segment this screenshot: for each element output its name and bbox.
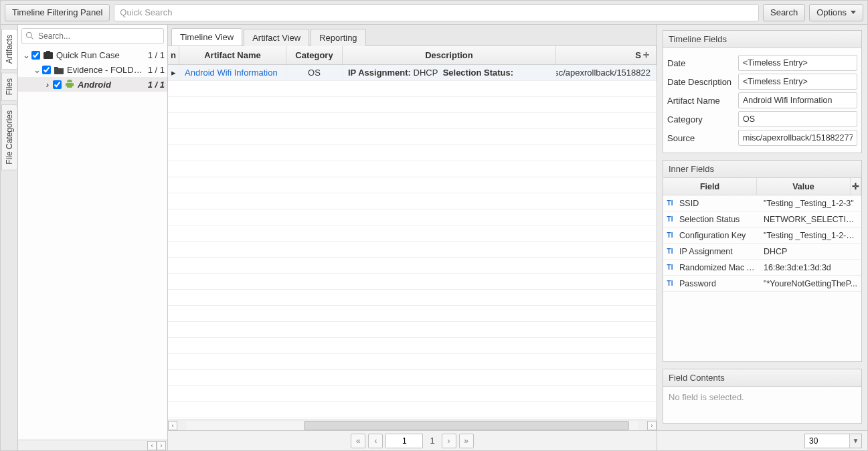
field-value-datedesc[interactable] [738, 74, 857, 90]
scroll-right-icon[interactable]: › [647, 421, 657, 430]
col-source[interactable]: S ✛ [556, 46, 657, 64]
empty-row [168, 386, 657, 402]
artifact-name-link[interactable]: Android Wifi Information [185, 68, 278, 78]
tree-checkbox[interactable] [42, 66, 51, 74]
top-toolbar: Timeline Filtering Panel Search Options [1, 1, 867, 25]
inner-field-name: SSID [677, 199, 761, 208]
inner-field-row[interactable]: TIPassword"*YoureNotGettingTheP... [663, 276, 861, 292]
inner-col-value[interactable]: Value [757, 178, 851, 195]
tree-search-input[interactable] [21, 28, 164, 44]
col-artifact-name[interactable]: Artifact Name [179, 46, 286, 64]
side-tab-strip: Artifacts Files File Categories [1, 25, 18, 450]
rows-per-page-combo[interactable]: ▼ [804, 434, 862, 448]
tree-label: Android [78, 80, 144, 90]
rows-per-page-input[interactable] [805, 434, 849, 448]
android-icon [64, 79, 75, 90]
evidence-tree[interactable]: ⌄ Quick Run Case 1 / 1 ⌄ Evidence - FOLD… [18, 48, 167, 440]
grid-horizontal-scrollbar[interactable]: ‹ › [168, 420, 657, 430]
empty-row [168, 402, 657, 418]
col-description[interactable]: Description [343, 46, 556, 64]
timeline-filtering-panel-button[interactable]: Timeline Filtering Panel [5, 4, 110, 21]
empty-row [168, 161, 657, 177]
side-tab-file-categories[interactable]: File Categories [1, 104, 17, 171]
text-type-icon: TI [663, 280, 677, 287]
field-label-source: Source [667, 133, 734, 143]
field-value-date[interactable] [738, 55, 857, 71]
inner-field-row[interactable]: TISelection StatusNETWORK_SELECTION_E... [663, 211, 861, 228]
center-tabstrip: Timeline View Artifact View Reporting [168, 25, 657, 46]
tree-row-case[interactable]: ⌄ Quick Run Case 1 / 1 [18, 48, 167, 62]
options-button[interactable]: Options [809, 4, 863, 21]
page-first-button[interactable]: « [351, 434, 365, 448]
col-n[interactable]: n [168, 46, 179, 64]
inner-fields-body[interactable]: TISSID"Testing _Testing_1-2-3"TISelectio… [663, 195, 861, 292]
expander-icon[interactable]: ⌄ [22, 50, 30, 60]
scroll-left-button[interactable]: ‹ [147, 441, 157, 450]
field-label-artifact: Artifact Name [667, 96, 734, 106]
app-root: Timeline Filtering Panel Search Options … [0, 0, 868, 451]
page-prev-button[interactable]: ‹ [368, 434, 383, 448]
main-row: Artifacts Files File Categories ⌄ Qu [1, 25, 867, 450]
tab-artifact-view[interactable]: Artifact View [244, 29, 309, 46]
expander-icon[interactable]: › [44, 80, 52, 90]
inner-field-row[interactable]: TISSID"Testing _Testing_1-2-3" [663, 195, 861, 211]
empty-row [168, 209, 657, 225]
empty-row [168, 145, 657, 161]
text-type-icon: TI [663, 248, 677, 255]
col-category[interactable]: Category [286, 46, 343, 64]
add-column-icon[interactable]: ✛ [851, 178, 861, 195]
chevron-down-icon[interactable]: ▼ [849, 434, 861, 448]
briefcase-icon [43, 50, 54, 60]
tree-count: 1 / 1 [144, 50, 165, 60]
inner-field-name: IP Assignment [677, 247, 761, 256]
empty-row [168, 258, 657, 274]
scroll-left-icon[interactable]: ‹ [168, 421, 177, 430]
quick-search-input[interactable] [114, 4, 759, 21]
inner-fields-header: Field Value ✛ [663, 178, 861, 195]
empty-row [168, 274, 657, 290]
svg-rect-1 [46, 51, 50, 53]
field-value-source[interactable] [738, 130, 857, 146]
page-last-button[interactable]: » [459, 434, 474, 448]
inner-field-row[interactable]: TIConfiguration Key"Testing _Testing_1-2… [663, 228, 861, 244]
timeline-fields-panel: Timeline Fields Date Date Description Ar… [663, 30, 862, 153]
empty-row [168, 354, 657, 370]
detail-footer: ▼ [657, 430, 867, 450]
scroll-right-button[interactable]: › [157, 441, 166, 450]
tab-timeline-view[interactable]: Timeline View [171, 28, 242, 46]
field-contents-empty: No field is selected. [663, 387, 861, 423]
search-button[interactable]: Search [763, 4, 805, 21]
side-tab-files[interactable]: Files [1, 72, 17, 101]
tab-reporting[interactable]: Reporting [311, 29, 365, 46]
tree-row-android[interactable]: › Android 1 / 1 [18, 77, 167, 92]
grid-header: n Artifact Name Category Description S ✛ [168, 46, 657, 65]
page-next-button[interactable]: › [442, 434, 456, 448]
inner-col-field[interactable]: Field [663, 178, 757, 195]
inner-field-row[interactable]: TIRandomized Mac Ad...16:8e:3d:e1:3d:3d [663, 260, 861, 276]
tree-checkbox[interactable] [31, 51, 40, 60]
text-type-icon: TI [663, 215, 677, 223]
field-value-category[interactable] [738, 111, 857, 127]
center-column: Timeline View Artifact View Reporting n … [168, 25, 657, 450]
side-tab-artifacts[interactable]: Artifacts [1, 29, 17, 70]
empty-row [168, 81, 657, 97]
inner-fields-panel: Inner Fields Field Value ✛ TISSID"Testin… [663, 160, 862, 362]
page-input[interactable] [385, 434, 423, 448]
tree-row-evidence[interactable]: ⌄ Evidence - FOLDER 1 / 1 [18, 62, 167, 77]
cell-source: misc/apexrollback/1518822 [556, 65, 657, 80]
inner-field-row[interactable]: TIIP AssignmentDHCP [663, 244, 861, 260]
tree-checkbox[interactable] [53, 80, 62, 89]
detail-column: Timeline Fields Date Date Description Ar… [657, 25, 867, 450]
empty-row [168, 177, 657, 193]
panel-title: Inner Fields [663, 161, 861, 178]
empty-row [168, 370, 657, 386]
table-row[interactable]: ▸ Android Wifi Information OS IP Assignm… [168, 65, 657, 81]
inner-field-value: 16:8e:3d:e1:3d:3d [761, 263, 861, 272]
panel-title: Field Contents [663, 369, 861, 387]
tree-count: 1 / 1 [144, 80, 165, 90]
inner-field-name: Selection Status [677, 215, 761, 224]
expander-icon[interactable]: ⌄ [33, 65, 41, 75]
options-label: Options [816, 7, 847, 17]
grid-body[interactable]: ▸ Android Wifi Information OS IP Assignm… [168, 65, 657, 420]
field-value-artifact[interactable] [738, 92, 857, 108]
